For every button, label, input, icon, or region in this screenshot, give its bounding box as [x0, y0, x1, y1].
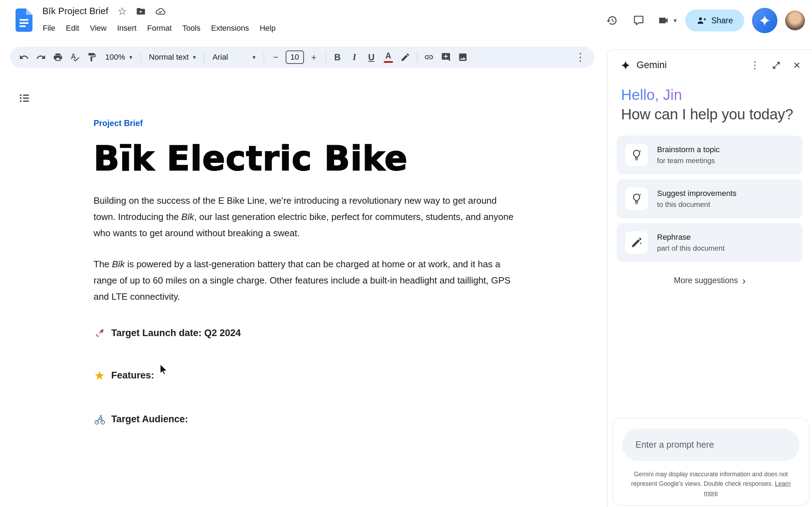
expand-panel-icon[interactable]: [772, 61, 781, 70]
highlight-color-button[interactable]: [397, 49, 414, 66]
chevron-down-icon: ▾: [193, 54, 196, 60]
version-history-icon[interactable]: [602, 10, 622, 31]
panel-more-menu-icon[interactable]: ⋮: [750, 60, 760, 70]
doc-paragraph: Building on the success of the E Bike Li…: [94, 192, 521, 241]
suggestion-subtitle: to this document: [657, 200, 736, 209]
menu-file[interactable]: File: [37, 22, 60, 35]
cyclist-emoji-icon: [94, 413, 106, 425]
spellcheck-button[interactable]: [66, 49, 83, 66]
doc-paragraph: The Bīk is powered by a last-generation …: [94, 256, 521, 305]
comments-icon[interactable]: [628, 10, 649, 31]
doc-heading: Bīk Electric Bike: [94, 140, 521, 178]
suggestion-title: Suggest improvements: [657, 189, 736, 198]
font-size-input[interactable]: [286, 50, 304, 64]
share-button[interactable]: Share: [685, 10, 744, 31]
document-canvas[interactable]: Project Brief Bīk Electric Bike Building…: [94, 119, 521, 425]
underline-button[interactable]: U: [363, 49, 380, 66]
document-outline-icon[interactable]: [16, 90, 33, 107]
share-label: Share: [711, 16, 733, 25]
close-panel-icon[interactable]: ✕: [793, 61, 801, 70]
menu-bar: File Edit View Insert Format Tools Exten…: [37, 22, 281, 35]
font-family-select[interactable]: Arial ▾: [208, 49, 261, 66]
more-suggestions-link[interactable]: More suggestions ›: [608, 275, 812, 286]
doc-line-features: ★ Features:: [94, 370, 521, 382]
user-avatar[interactable]: [785, 11, 805, 30]
italic-button[interactable]: I: [346, 49, 363, 66]
suggestion-card-brainstorm[interactable]: Brainstorm a topic for team meetings: [617, 136, 803, 174]
gemini-greeting: Hello, Jin: [621, 85, 682, 105]
toolbar-separator: [326, 52, 326, 62]
prompt-area: Gemini may display inaccurate informatio…: [613, 418, 809, 506]
toolbar-separator: [141, 52, 141, 62]
cloud-saved-icon[interactable]: [155, 6, 166, 17]
magic-pen-icon: [625, 231, 648, 254]
menu-edit[interactable]: Edit: [60, 22, 84, 35]
toolbar-more-options-button[interactable]: ⋮: [572, 49, 589, 66]
undo-button[interactable]: [16, 49, 32, 66]
star-emoji-icon: ★: [94, 370, 106, 382]
bold-button[interactable]: B: [329, 49, 346, 66]
menu-view[interactable]: View: [84, 22, 112, 35]
lightbulb-icon: [625, 144, 648, 166]
menu-tools[interactable]: Tools: [177, 22, 205, 35]
menu-format[interactable]: Format: [142, 22, 177, 35]
gemini-sparkle-icon: [620, 60, 631, 71]
font-family-value: Arial: [213, 53, 228, 62]
suggestion-subtitle: for team meetings: [657, 156, 720, 165]
video-camera-icon: [655, 10, 671, 31]
move-folder-icon[interactable]: [136, 6, 146, 16]
rocket-emoji-icon: [94, 327, 106, 339]
chevron-down-icon: ▾: [674, 18, 677, 24]
insert-link-button[interactable]: [420, 49, 437, 66]
docs-logo-icon[interactable]: [16, 8, 32, 32]
more-suggestions-label: More suggestions: [674, 276, 738, 285]
toolbar-separator: [204, 52, 204, 62]
paragraph-style-value: Normal text: [149, 53, 189, 62]
suggestion-card-improvements[interactable]: Suggest improvements to this document: [617, 179, 803, 218]
gemini-disclaimer: Gemini may display inaccurate informatio…: [622, 470, 800, 498]
insert-image-button[interactable]: [454, 49, 471, 66]
toolbar-separator: [417, 52, 417, 62]
text-color-icon: A: [384, 52, 393, 63]
increase-font-size-button[interactable]: +: [305, 49, 322, 66]
menu-insert[interactable]: Insert: [112, 22, 142, 35]
gemini-greeting-question: How can I help you today?: [621, 106, 799, 123]
decrease-font-size-button[interactable]: −: [267, 49, 284, 66]
gemini-launcher-button[interactable]: [752, 8, 777, 33]
chevron-down-icon: ▾: [129, 54, 132, 60]
favorite-star-icon[interactable]: ☆: [117, 6, 127, 17]
gemini-panel-title: Gemini: [637, 60, 667, 71]
doc-eyebrow: Project Brief: [94, 119, 521, 128]
suggestion-subtitle: part of this document: [657, 244, 724, 252]
suggestion-card-rephrase[interactable]: Rephrase part of this document: [617, 223, 803, 262]
doc-line-launch-date: Target Launch date: Q2 2024: [94, 327, 521, 339]
doc-line-target-audience: Target Audience:: [94, 413, 521, 425]
gemini-sparkle-icon: [758, 14, 771, 27]
zoom-value: 100%: [105, 53, 125, 62]
add-comment-button[interactable]: [437, 49, 454, 66]
app-header: Bīk Project Brief ☆ File Edit View Inser…: [0, 0, 812, 46]
meet-video-button[interactable]: ▾: [655, 10, 677, 31]
print-button[interactable]: [49, 49, 66, 66]
gemini-side-panel: Gemini ⋮ ✕ Hello, Jin How can I help you…: [607, 49, 812, 507]
paragraph-style-select[interactable]: Normal text ▾: [144, 49, 201, 66]
share-people-icon: [697, 16, 706, 25]
suggestion-list: Brainstorm a topic for team meetings Sug…: [617, 136, 803, 262]
document-title[interactable]: Bīk Project Brief: [42, 6, 108, 17]
menu-extensions[interactable]: Extensions: [206, 22, 255, 35]
paint-format-button[interactable]: [83, 49, 100, 66]
toolbar-separator: [264, 52, 264, 62]
chevron-down-icon: ▾: [252, 54, 256, 60]
prompt-input[interactable]: [622, 429, 800, 461]
redo-button[interactable]: [32, 49, 49, 66]
menu-help[interactable]: Help: [254, 22, 281, 35]
editor-toolbar: 100% ▾ Normal text ▾ Arial ▾ − + B I U A: [10, 47, 595, 68]
highlighter-icon: [400, 52, 410, 62]
chevron-right-icon: ›: [742, 275, 746, 286]
suggestion-title: Brainstorm a topic: [657, 145, 720, 154]
text-color-button[interactable]: A: [380, 49, 397, 66]
lightbulb-icon: [625, 187, 648, 210]
zoom-select[interactable]: 100% ▾: [100, 49, 137, 66]
suggestion-title: Rephrase: [657, 233, 724, 242]
